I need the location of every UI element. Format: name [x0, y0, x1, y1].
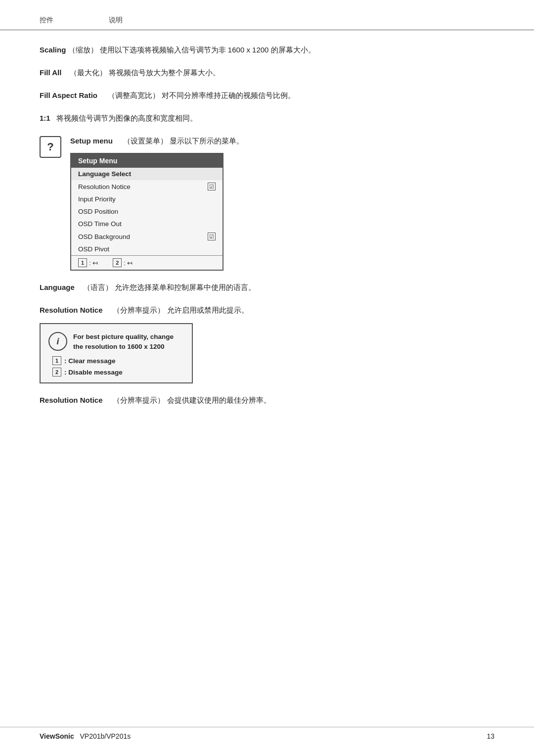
menu-item-label: Language Select [78, 170, 131, 178]
language-label: Language [40, 283, 75, 291]
osd-background-checkbox: ☑ [208, 233, 216, 240]
section-resolution-notice: Resolution Notice （分辨率提示） 允许启用或禁用此提示。 i … [40, 304, 494, 383]
resolution-notice-desc: 允许启用或禁用此提示。 [167, 306, 249, 314]
menu-item-label: Resolution Notice [78, 183, 131, 190]
resolution-notice-checkbox: ☑ [208, 183, 216, 190]
scaling-desc: 使用以下选项将视频输入信号调节为非 1600 x 1200 的屏幕大小。 [100, 46, 315, 54]
setup-menu-footer: 1 : ↤ 2 : ↤ [71, 255, 222, 270]
resolution-notice2-chinese: （分辨率提示） [113, 396, 165, 404]
fill-aspect-ratio-chinese: （调整高宽比） [108, 91, 160, 99]
one-to-one-label: 1:1 [40, 114, 50, 122]
btn2-icon: : ↤ [124, 259, 133, 267]
setup-menu-text: Setup menu （设置菜单） 显示以下所示的菜单。 [70, 135, 494, 147]
menu-item-input-priority[interactable]: Input Priority [71, 193, 222, 205]
fill-all-text: Fill All （最大化） 将视频信号放大为整个屏幕大小。 [40, 67, 494, 79]
language-desc: 允许您选择菜单和控制屏幕中使用的语言。 [115, 283, 256, 291]
brand-name: ViewSonic [40, 732, 74, 740]
resolution-notice-box: i For best picture quality, change the r… [40, 323, 193, 383]
fill-all-desc: 将视频信号放大为整个屏幕大小。 [109, 68, 220, 77]
fill-aspect-ratio-desc: 对不同分辨率维持正确的视频信号比例。 [162, 91, 295, 99]
language-chinese: （语言） [83, 283, 113, 291]
disable-message-action: 2 : Disable message [52, 368, 184, 377]
language-text: Language （语言） 允许您选择菜单和控制屏幕中使用的语言。 [40, 282, 494, 293]
menu-item-language-select[interactable]: Language Select [71, 168, 222, 180]
fill-aspect-ratio-label: Fill Aspect Ratio [40, 91, 97, 99]
resolution-msg-line1: For best picture quality, change [73, 333, 174, 340]
question-mark-icon: ? [40, 136, 61, 158]
scaling-label: Scaling [40, 46, 66, 54]
resolution-message: For best picture quality, change the res… [73, 332, 174, 351]
resolution-notice-chinese: （分辨率提示） [113, 306, 165, 314]
clear-message-action: 1 : Clear message [52, 356, 184, 365]
action2-label: : Disable message [64, 369, 123, 376]
section-resolution-notice2: Resolution Notice （分辨率提示） 会提供建议使用的最佳分辨率。 [40, 394, 494, 406]
resolution-msg-line2: the resolution to 1600 x 1200 [73, 343, 165, 350]
resolution-top: i For best picture quality, change the r… [48, 332, 184, 351]
section-setup-menu: ? Setup menu （设置菜单） 显示以下所示的菜单。 Setup Men… [40, 135, 494, 271]
menu-item-label: OSD Pivot [78, 245, 109, 253]
setup-menu-label: Setup menu [70, 137, 113, 145]
page-footer: ViewSonic VP201b/VP201s 13 [0, 727, 534, 740]
scaling-chinese: （缩放） [68, 46, 98, 54]
menu-item-osd-timeout[interactable]: OSD Time Out [71, 218, 222, 230]
menu-item-label: OSD Position [78, 208, 118, 215]
footer-btn-2: 2 : ↤ [113, 258, 133, 267]
info-icon: i [48, 332, 67, 351]
section-language: Language （语言） 允许您选择菜单和控制屏幕中使用的语言。 [40, 282, 494, 293]
resolution-notice-text: Resolution Notice （分辨率提示） 允许启用或禁用此提示。 [40, 304, 494, 316]
one-to-one-text: 1:1 将视频信号调节为图像的高度和宽度相同。 [40, 112, 494, 124]
section-fill-all: Fill All （最大化） 将视频信号放大为整个屏幕大小。 [40, 67, 494, 79]
resolution-notice-label: Resolution Notice [40, 306, 103, 314]
menu-item-osd-pivot[interactable]: OSD Pivot [71, 243, 222, 255]
section-fill-aspect-ratio: Fill Aspect Ratio （调整高宽比） 对不同分辨率维持正确的视频信… [40, 90, 494, 101]
menu-item-label: Input Priority [78, 195, 116, 203]
fill-all-chinese: （最大化） [70, 68, 107, 77]
header-col1: 控件 [40, 16, 79, 25]
model-name: VP201b/VP201s [80, 732, 131, 740]
footer-btn-1: 1 : ↤ [78, 258, 98, 267]
setup-menu-title: Setup Menu [71, 154, 222, 168]
fill-all-label: Fill All [40, 68, 61, 77]
action1-label: : Clear message [64, 357, 116, 365]
btn1-num: 1 [78, 258, 87, 267]
menu-item-label: OSD Time Out [78, 220, 122, 228]
one-to-one-desc: 将视频信号调节为图像的高度和宽度相同。 [56, 114, 197, 122]
action2-num: 2 [52, 368, 61, 377]
resolution-actions: 1 : Clear message 2 : Disable message [52, 356, 184, 377]
setup-content: Setup menu （设置菜单） 显示以下所示的菜单。 Setup Menu … [70, 135, 494, 271]
page-container: 控件 说明 Scaling （缩放） 使用以下选项将视频输入信号调节为非 160… [0, 0, 534, 756]
footer-brand: ViewSonic VP201b/VP201s [40, 732, 131, 740]
section-one-to-one: 1:1 将视频信号调节为图像的高度和宽度相同。 [40, 112, 494, 124]
header-col2: 说明 [109, 16, 123, 25]
action1-num: 1 [52, 356, 61, 365]
menu-item-label: OSD Background [78, 233, 130, 240]
resolution-notice2-text: Resolution Notice （分辨率提示） 会提供建议使用的最佳分辨率。 [40, 394, 494, 406]
btn2-num: 2 [113, 258, 122, 267]
footer-page-number: 13 [487, 732, 494, 740]
resolution-notice2-label: Resolution Notice [40, 396, 103, 404]
main-content: Scaling （缩放） 使用以下选项将视频输入信号调节为非 1600 x 12… [0, 30, 534, 447]
setup-menu-chinese: （设置菜单） [123, 137, 168, 145]
menu-item-osd-position[interactable]: OSD Position [71, 205, 222, 218]
menu-item-osd-background[interactable]: OSD Background ☑ [71, 230, 222, 243]
resolution-notice2-desc: 会提供建议使用的最佳分辨率。 [167, 396, 271, 404]
fill-aspect-ratio-text: Fill Aspect Ratio （调整高宽比） 对不同分辨率维持正确的视频信… [40, 90, 494, 101]
section-scaling: Scaling （缩放） 使用以下选项将视频输入信号调节为非 1600 x 12… [40, 44, 494, 56]
menu-item-resolution-notice[interactable]: Resolution Notice ☑ [71, 180, 222, 193]
setup-menu-box: Setup Menu Language Select Resolution No… [70, 153, 223, 271]
setup-menu-desc: 显示以下所示的菜单。 [170, 137, 244, 145]
scaling-text: Scaling （缩放） 使用以下选项将视频输入信号调节为非 1600 x 12… [40, 44, 494, 56]
setup-row: ? Setup menu （设置菜单） 显示以下所示的菜单。 Setup Men… [40, 135, 494, 271]
btn1-icon: : ↤ [89, 259, 98, 267]
header-row: 控件 说明 [0, 0, 534, 30]
